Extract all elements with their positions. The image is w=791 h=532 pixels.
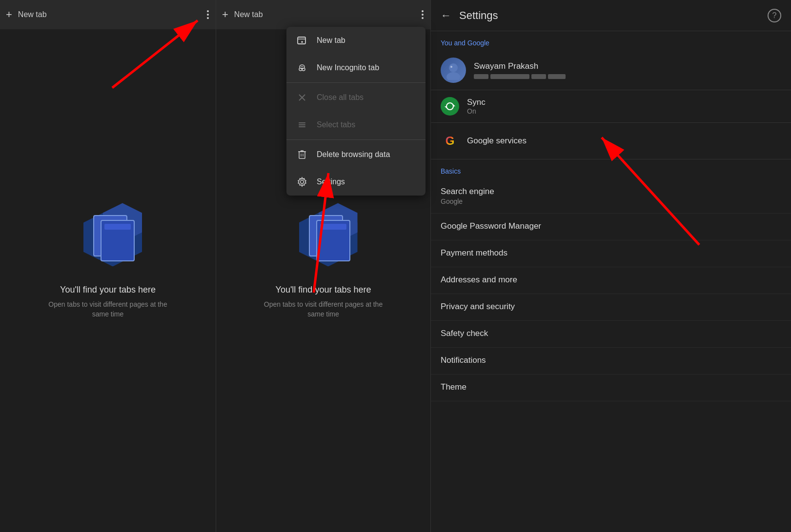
- settings-gear-icon: [296, 176, 308, 188]
- menu-item-new-tab[interactable]: New tab: [286, 27, 426, 54]
- empty-sub-2: Open tabs to visit different pages at th…: [255, 300, 392, 319]
- settings-item-safety-check[interactable]: Safety check: [431, 321, 791, 348]
- menu-item-select-tabs-label: Select tabs: [317, 120, 355, 129]
- sync-row[interactable]: Sync On: [431, 90, 791, 123]
- settings-item-search-engine[interactable]: Search engine Google: [431, 179, 791, 214]
- delete-browsing-icon: [296, 149, 308, 160]
- help-button[interactable]: ?: [768, 9, 781, 22]
- settings-item-addresses-title: Addresses and more: [441, 275, 781, 285]
- menu-dots-button-2[interactable]: [422, 10, 424, 19]
- svg-rect-15: [299, 126, 305, 127]
- close-all-icon: [296, 92, 308, 103]
- settings-item-privacy-title: Privacy and security: [441, 302, 781, 312]
- settings-item-safety-check-title: Safety check: [441, 329, 781, 338]
- empty-title-2: You'll find your tabs here: [276, 285, 371, 295]
- settings-item-notifications-title: Notifications: [441, 355, 781, 365]
- menu-item-delete-browsing[interactable]: Delete browsing data: [286, 141, 426, 168]
- svg-point-21: [301, 180, 304, 184]
- settings-item-theme-title: Theme: [441, 382, 781, 392]
- settings-item-password-manager-title: Google Password Manager: [441, 221, 781, 231]
- empty-tabs-content-1: You'll find your tabs here Open tabs to …: [0, 29, 216, 532]
- svg-marker-27: [453, 104, 455, 106]
- profile-bars: [474, 74, 781, 79]
- tab-label-1: New tab: [18, 10, 47, 19]
- settings-item-theme[interactable]: Theme: [431, 374, 791, 401]
- sync-info: Sync On: [467, 98, 486, 115]
- section-basics: Basics: [431, 159, 791, 179]
- settings-content: You and Google Swayam Prakash: [431, 31, 791, 532]
- google-services-label: Google services: [467, 136, 527, 146]
- google-g-icon: G: [441, 132, 459, 150]
- settings-item-payment-methods-title: Payment methods: [441, 248, 781, 258]
- settings-item-notifications[interactable]: Notifications: [431, 348, 791, 374]
- tab-bar-1: + New tab: [0, 0, 216, 29]
- tab-bar-left-1: + New tab: [6, 8, 210, 21]
- new-tab-icon: [296, 35, 308, 46]
- profile-bar-1: [474, 74, 488, 79]
- menu-item-select-tabs: Select tabs: [286, 111, 426, 138]
- menu-dots-button-1[interactable]: [207, 10, 209, 19]
- menu-divider-1: [286, 82, 426, 83]
- panel-browser-1: + New tab You'll find your tabs here Ope…: [0, 0, 216, 532]
- tab-icon-front-1: [101, 220, 135, 261]
- sync-sub: On: [467, 107, 486, 115]
- svg-rect-14: [299, 124, 305, 125]
- section-you-google: You and Google: [431, 31, 791, 51]
- new-tab-button-2[interactable]: +: [222, 8, 228, 21]
- panel-settings: ← Settings ? You and Google Swayam Praka…: [431, 0, 791, 532]
- google-services-row[interactable]: G Google services: [431, 123, 791, 159]
- settings-item-password-manager[interactable]: Google Password Manager: [431, 214, 791, 240]
- svg-point-24: [449, 63, 458, 72]
- settings-item-payment-methods[interactable]: Payment methods: [431, 240, 791, 267]
- back-button[interactable]: ←: [441, 9, 451, 22]
- incognito-icon: [296, 62, 308, 74]
- empty-sub-1: Open tabs to visit different pages at th…: [40, 300, 176, 319]
- menu-item-settings[interactable]: Settings: [286, 168, 426, 196]
- profile-bar-2: [490, 74, 529, 79]
- avatar: [441, 58, 466, 83]
- empty-title-1: You'll find your tabs here: [60, 285, 156, 295]
- settings-header: ← Settings ?: [431, 0, 791, 31]
- tab-icon-front-2: [316, 220, 350, 261]
- select-tabs-icon: [296, 119, 308, 131]
- settings-item-search-engine-sub: Google: [441, 197, 781, 205]
- menu-item-close-all: Close all tabs: [286, 84, 426, 111]
- menu-item-new-tab-label: New tab: [317, 36, 345, 45]
- g-letter: G: [446, 134, 455, 148]
- dropdown-menu: New tab New Incognito tab: [286, 27, 426, 196]
- new-tab-button-1[interactable]: +: [6, 8, 12, 21]
- menu-divider-2: [286, 139, 426, 140]
- profile-name: Swayam Prakash: [474, 61, 781, 71]
- profile-bar-4: [548, 74, 566, 79]
- tab-label-2: New tab: [234, 10, 263, 19]
- svg-rect-13: [299, 122, 305, 123]
- settings-title: Settings: [459, 9, 768, 22]
- settings-item-privacy[interactable]: Privacy and security: [431, 294, 791, 321]
- svg-point-25: [446, 72, 460, 80]
- avatar-inner: [441, 58, 466, 83]
- settings-item-search-engine-title: Search engine: [441, 187, 781, 197]
- menu-item-settings-label: Settings: [317, 177, 345, 186]
- svg-rect-2: [298, 37, 305, 44]
- profile-info: Swayam Prakash: [474, 61, 781, 79]
- profile-row[interactable]: Swayam Prakash: [431, 51, 791, 90]
- svg-marker-28: [445, 106, 446, 108]
- tab-bar-2: + New tab: [216, 0, 430, 29]
- tab-bar-left-2: + New tab: [222, 8, 425, 21]
- sync-icon-circle: [441, 97, 459, 116]
- svg-rect-16: [299, 152, 305, 158]
- menu-item-incognito[interactable]: New Incognito tab: [286, 54, 426, 81]
- profile-bar-3: [531, 74, 546, 79]
- svg-point-26: [450, 66, 452, 68]
- menu-item-delete-browsing-label: Delete browsing data: [317, 150, 390, 159]
- settings-item-addresses[interactable]: Addresses and more: [431, 267, 791, 294]
- menu-item-incognito-label: New Incognito tab: [317, 63, 379, 72]
- menu-item-close-all-label: Close all tabs: [317, 93, 364, 102]
- panel-browser-2: + New tab New tab: [216, 0, 431, 532]
- tabs-icon-2: [284, 203, 363, 271]
- sync-title: Sync: [467, 98, 486, 107]
- tabs-icon-1: [69, 203, 147, 271]
